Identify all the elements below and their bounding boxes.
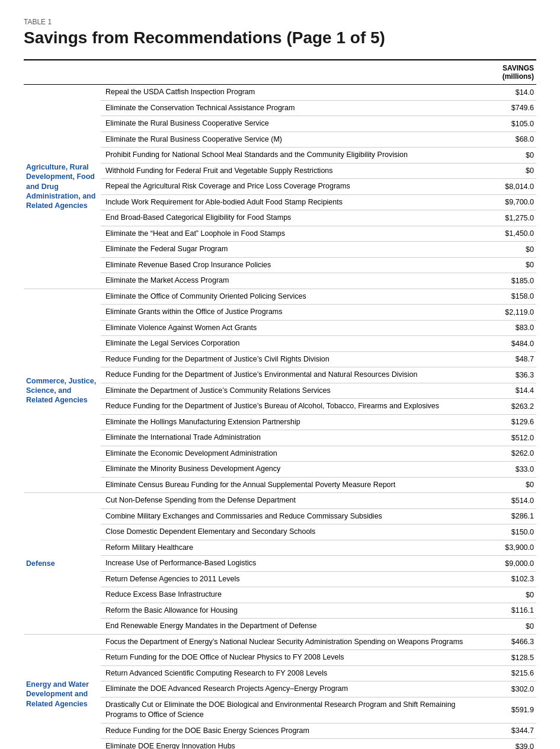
table-row: Combine Military Exchanges and Commissar…	[24, 508, 536, 524]
proposal-cell: End Broad-Based Categorical Eligibility …	[101, 210, 483, 226]
table-row: Energy and Water Development and Related…	[24, 634, 536, 650]
table-row: Reform Military Healthcare$3,900.0	[24, 540, 536, 556]
proposal-cell: Eliminate the Minority Business Developm…	[101, 462, 483, 478]
savings-cell: $286.1	[483, 508, 536, 524]
savings-cell: $749.6	[483, 100, 536, 116]
table-row: Eliminate Census Bureau Funding for the …	[24, 477, 536, 493]
savings-cell: $8,014.0	[483, 179, 536, 195]
table-row: Eliminate the Legal Services Corporation…	[24, 336, 536, 352]
proposal-cell: Eliminate the International Trade Admini…	[101, 430, 483, 446]
table-row: Reform the Basic Allowance for Housing$1…	[24, 603, 536, 619]
savings-cell: $512.0	[483, 430, 536, 446]
table-row: Repeal the Agricultural Risk Coverage an…	[24, 179, 536, 195]
savings-cell: $83.0	[483, 320, 536, 336]
savings-cell: $0	[483, 242, 536, 258]
savings-cell: $116.1	[483, 603, 536, 619]
proposal-cell: Eliminate the DOE Advanced Research Proj…	[101, 681, 483, 697]
table-row: Eliminate the Conservation Technical Ass…	[24, 100, 536, 116]
proposal-cell: Eliminate the Department of Justice’s Co…	[101, 383, 483, 399]
savings-cell: $1,275.0	[483, 210, 536, 226]
savings-cell: $215.6	[483, 665, 536, 681]
proposal-cell: Return Defense Agencies to 2011 Levels	[101, 571, 483, 587]
table-label: TABLE 1	[24, 18, 536, 26]
table-row: Eliminate the Minority Business Developm…	[24, 462, 536, 478]
proposal-cell: Eliminate Census Bureau Funding for the …	[101, 477, 483, 493]
savings-cell: $484.0	[483, 336, 536, 352]
savings-cell: $0	[483, 148, 536, 164]
savings-cell: $2,119.0	[483, 305, 536, 321]
table-row: Return Advanced Scientific Computing Res…	[24, 665, 536, 681]
table-row: Eliminate the Department of Justice’s Co…	[24, 383, 536, 399]
savings-cell: $591.9	[483, 697, 536, 723]
proposal-cell: Repeal the Agricultural Risk Coverage an…	[101, 179, 483, 195]
savings-cell: $514.0	[483, 493, 536, 509]
proposal-cell: Cut Non-Defense Spending from the Defens…	[101, 493, 483, 509]
proposal-cell: Eliminate Grants within the Office of Ju…	[101, 305, 483, 321]
col-header-proposal	[101, 60, 483, 85]
savings-cell: $105.0	[483, 116, 536, 132]
table-row: Eliminate the Economic Development Admin…	[24, 446, 536, 462]
table-row: Eliminate the Federal Sugar Program$0	[24, 242, 536, 258]
table-row: Agriculture, Rural Development, Food and…	[24, 85, 536, 101]
table-row: Eliminate the International Trade Admini…	[24, 430, 536, 446]
savings-cell: $39.0	[483, 739, 536, 750]
table-row: Eliminate the DOE Advanced Research Proj…	[24, 681, 536, 697]
table-row: End Renewable Energy Mandates in the Dep…	[24, 619, 536, 635]
savings-cell: $0	[483, 477, 536, 493]
proposal-cell: Reform Military Healthcare	[101, 540, 483, 556]
table-row: Eliminate the Rural Business Cooperative…	[24, 116, 536, 132]
proposal-cell: Include Work Requirement for Able-bodied…	[101, 194, 483, 210]
proposal-cell: Eliminate Revenue Based Crop Insurance P…	[101, 257, 483, 273]
proposal-cell: Eliminate the Rural Business Cooperative…	[101, 132, 483, 148]
col-header-subcommittee	[24, 60, 101, 85]
table-row: Eliminate Violence Against Women Act Gra…	[24, 320, 536, 336]
proposal-cell: Eliminate the Hollings Manufacturing Ext…	[101, 414, 483, 430]
proposal-cell: Close Domestic Dependent Elementary and …	[101, 524, 483, 540]
table-row: Eliminate the Rural Business Cooperative…	[24, 132, 536, 148]
savings-cell: $14.4	[483, 383, 536, 399]
proposal-cell: Eliminate the Economic Development Admin…	[101, 446, 483, 462]
table-row: Eliminate the Market Access Program$185.…	[24, 273, 536, 289]
table-row: Eliminate the “Heat and Eat” Loophole in…	[24, 226, 536, 242]
table-row: Reduce Funding for the Department of Jus…	[24, 351, 536, 367]
table-row: Eliminate DOE Energy Innovation Hubs$39.…	[24, 739, 536, 750]
savings-cell: $302.0	[483, 681, 536, 697]
table-row: Return Defense Agencies to 2011 Levels$1…	[24, 571, 536, 587]
table-row: Commerce, Justice, Science, and Related …	[24, 289, 536, 305]
savings-table: SAVINGS (millions) Agriculture, Rural De…	[24, 59, 536, 749]
proposal-cell: Combine Military Exchanges and Commissar…	[101, 508, 483, 524]
proposal-cell: Eliminate Violence Against Women Act Gra…	[101, 320, 483, 336]
proposal-cell: Drastically Cut or Eliminate the DOE Bio…	[101, 697, 483, 723]
table-row: Close Domestic Dependent Elementary and …	[24, 524, 536, 540]
table-row: Reduce Funding for the DOE Basic Energy …	[24, 723, 536, 739]
proposal-cell: Increase Use of Performance-Based Logist…	[101, 556, 483, 572]
savings-cell: $0	[483, 163, 536, 179]
proposal-cell: Return Advanced Scientific Computing Res…	[101, 665, 483, 681]
proposal-cell: Eliminate the Conservation Technical Ass…	[101, 100, 483, 116]
savings-cell: $3,900.0	[483, 540, 536, 556]
savings-cell: $36.3	[483, 367, 536, 383]
proposal-cell: Reduce Funding for the Department of Jus…	[101, 367, 483, 383]
proposal-cell: Repeal the USDA Catfish Inspection Progr…	[101, 85, 483, 101]
page-title: Savings from Recommendations (Page 1 of …	[24, 28, 536, 47]
proposal-cell: Eliminate the Federal Sugar Program	[101, 242, 483, 258]
table-row: Drastically Cut or Eliminate the DOE Bio…	[24, 697, 536, 723]
savings-cell: $0	[483, 587, 536, 603]
proposal-cell: End Renewable Energy Mandates in the Dep…	[101, 619, 483, 635]
savings-cell: $344.7	[483, 723, 536, 739]
table-row: DefenseCut Non-Defense Spending from the…	[24, 493, 536, 509]
savings-cell: $68.0	[483, 132, 536, 148]
subcommittee-cell: Defense	[24, 493, 101, 635]
savings-cell: $9,700.0	[483, 194, 536, 210]
proposal-cell: Eliminate the Legal Services Corporation	[101, 336, 483, 352]
proposal-cell: Eliminate the “Heat and Eat” Loophole in…	[101, 226, 483, 242]
proposal-cell: Focus the Department of Energy’s Nationa…	[101, 634, 483, 650]
proposal-cell: Eliminate DOE Energy Innovation Hubs	[101, 739, 483, 750]
savings-cell: $1,450.0	[483, 226, 536, 242]
savings-cell: $129.6	[483, 414, 536, 430]
table-row: Eliminate Revenue Based Crop Insurance P…	[24, 257, 536, 273]
table-row: Include Work Requirement for Able-bodied…	[24, 194, 536, 210]
proposal-cell: Eliminate the Market Access Program	[101, 273, 483, 289]
savings-cell: $158.0	[483, 289, 536, 305]
proposal-cell: Prohibit Funding for National School Mea…	[101, 148, 483, 164]
